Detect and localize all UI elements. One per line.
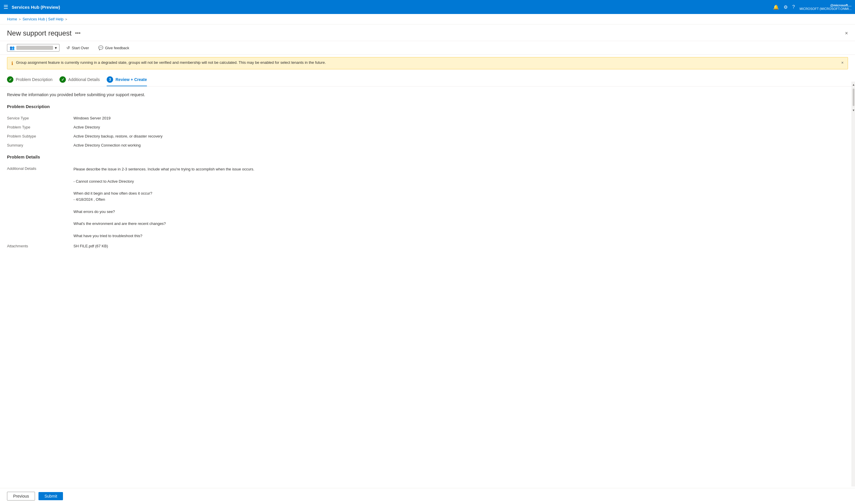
dropdown-icon: ▾	[55, 46, 57, 50]
give-feedback-button[interactable]: 💬 Give feedback	[96, 44, 132, 51]
feedback-icon: 💬	[98, 46, 103, 50]
breadcrumb-sep-2: >	[65, 17, 67, 21]
problem-type-row: Problem Type Active Directory	[7, 125, 848, 129]
user-name: @microsoft....	[830, 3, 852, 7]
page-header: New support request ••• ×	[0, 24, 855, 41]
scrollbar[interactable]: ▲ ▼	[852, 82, 855, 487]
step-problem-description[interactable]: ✓ Problem Description	[7, 76, 52, 86]
main-wrapper: Home > Services Hub | Self Help > New su…	[0, 14, 855, 504]
steps-navigation: ✓ Problem Description ✓ Additional Detai…	[0, 72, 855, 87]
step-3-circle: 3	[107, 76, 113, 83]
step-1-check: ✓	[9, 77, 12, 82]
top-navigation-bar: ☰ Services Hub (Preview) 🔔 ⚙ ? @microsof…	[0, 0, 855, 14]
problem-subtype-label: Problem Subtype	[7, 134, 71, 138]
scroll-up-button[interactable]: ▲	[852, 82, 855, 87]
step-1-circle: ✓	[7, 76, 13, 83]
close-button[interactable]: ×	[845, 30, 848, 36]
problem-type-label: Problem Type	[7, 125, 71, 129]
start-over-icon: ↺	[67, 46, 70, 50]
alert-icon: ℹ	[11, 60, 13, 66]
breadcrumb-services-hub[interactable]: Services Hub | Self Help	[22, 17, 64, 21]
additional-details-value: Please describe the issue in 2-3 sentenc…	[73, 166, 848, 239]
attachments-value: SH FILE.pdf (67 KB)	[73, 244, 848, 248]
summary-label: Summary	[7, 143, 71, 147]
step-3-label: Review + Create	[116, 77, 147, 82]
group-icon: 👥	[10, 46, 15, 50]
previous-button[interactable]: Previous	[7, 492, 35, 501]
service-type-label: Service Type	[7, 116, 71, 120]
feedback-label: Give feedback	[105, 46, 129, 50]
notification-icon[interactable]: 🔔	[773, 4, 779, 10]
additional-details-row: Additional Details Please describe the i…	[7, 166, 848, 239]
step-2-circle: ✓	[59, 76, 66, 83]
additional-details-label: Additional Details	[7, 166, 71, 171]
problem-subtype-row: Problem Subtype Active Directory backup,…	[7, 134, 848, 138]
user-profile[interactable]: @microsoft.... MICROSOFT (MICROSOFT.ONMI…	[800, 3, 852, 11]
step-review-create[interactable]: 3 Review + Create	[107, 76, 147, 86]
step-3-number: 3	[109, 77, 111, 82]
problem-description-section: Problem Description Service Type Windows…	[7, 104, 848, 147]
app-title: Services Hub (Preview)	[12, 5, 770, 10]
summary-row: Summary Active Directory Connection not …	[7, 143, 848, 147]
page-title: New support request	[7, 29, 71, 37]
content-area: Review the information you provided befo…	[0, 87, 855, 261]
additional-details-line-2: - Cannot connect to Active Directory	[73, 179, 848, 185]
problem-subtype-value: Active Directory backup, restore, or dis…	[73, 134, 848, 138]
hamburger-menu[interactable]: ☰	[3, 4, 8, 10]
start-over-button[interactable]: ↺ Start Over	[64, 44, 91, 51]
alert-text: Group assignment feature is currently ru…	[16, 60, 326, 65]
step-additional-details[interactable]: ✓ Additional Details	[59, 76, 100, 86]
step-2-check: ✓	[61, 77, 65, 82]
breadcrumb: Home > Services Hub | Self Help >	[0, 14, 855, 24]
start-over-label: Start Over	[72, 46, 89, 50]
bottom-bar: Previous Submit	[0, 488, 855, 504]
additional-details-line-4: - 4/18/2024 , Often	[73, 197, 848, 203]
additional-details-line-1: Please describe the issue in 2-3 sentenc…	[73, 166, 848, 173]
top-bar-icons: 🔔 ⚙ ? @microsoft.... MICROSOFT (MICROSOF…	[773, 3, 852, 11]
additional-details-line-7: What have you tried to troubleshoot this…	[73, 233, 848, 239]
service-type-value: Windows Server 2019	[73, 116, 848, 120]
attachments-row: Attachments SH FILE.pdf (67 KB)	[7, 244, 848, 248]
review-intro: Review the information you provided befo…	[7, 92, 848, 97]
user-org: MICROSOFT (MICROSOFT.ONMI...	[800, 7, 852, 11]
group-select-text	[16, 46, 53, 50]
scroll-down-button[interactable]: ▼	[852, 107, 855, 113]
additional-details-line-6: What's the environment and are there rec…	[73, 221, 848, 227]
problem-details-title: Problem Details	[7, 155, 848, 162]
submit-button[interactable]: Submit	[38, 492, 63, 500]
breadcrumb-home[interactable]: Home	[7, 17, 17, 21]
settings-icon[interactable]: ⚙	[784, 4, 788, 10]
service-type-row: Service Type Windows Server 2019	[7, 116, 848, 120]
alert-banner: ℹ Group assignment feature is currently …	[7, 57, 848, 69]
toolbar: 👥 ▾ ↺ Start Over 💬 Give feedback	[0, 41, 855, 55]
group-select[interactable]: 👥 ▾	[7, 44, 59, 52]
breadcrumb-sep-1: >	[19, 17, 21, 21]
summary-value: Active Directory Connection not working	[73, 143, 848, 147]
scrollbar-thumb[interactable]	[853, 89, 854, 106]
attachments-label: Attachments	[7, 244, 71, 248]
step-1-label: Problem Description	[16, 77, 52, 82]
step-2-label: Additional Details	[68, 77, 100, 82]
help-icon[interactable]: ?	[792, 4, 795, 10]
additional-details-line-3: When did it begin and how often does it …	[73, 191, 848, 197]
problem-type-value: Active Directory	[73, 125, 848, 129]
more-options-icon[interactable]: •••	[75, 30, 81, 36]
problem-description-title: Problem Description	[7, 104, 848, 111]
additional-details-line-5: What errors do you see?	[73, 209, 848, 215]
alert-close-button[interactable]: ×	[841, 60, 844, 65]
problem-details-section: Problem Details Additional Details Pleas…	[7, 155, 848, 248]
